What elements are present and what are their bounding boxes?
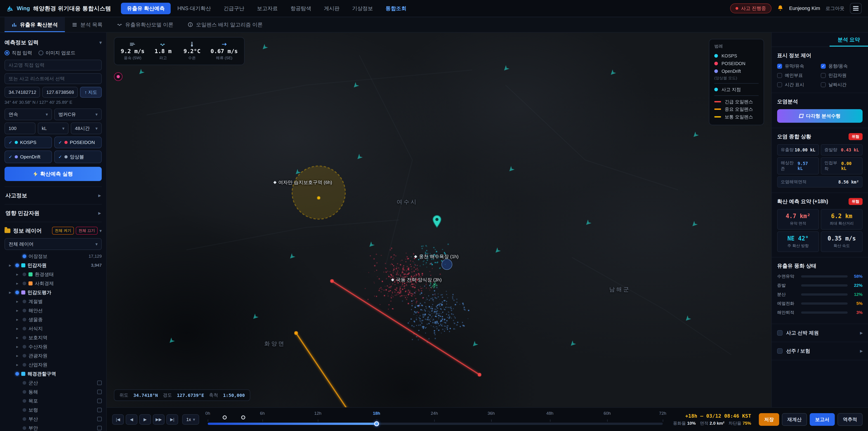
layer-toggle[interactable] — [23, 336, 26, 339]
layer-settings-icon[interactable] — [97, 399, 102, 403]
transport-button[interactable]: |◀ — [112, 414, 124, 425]
expand-arrow-icon[interactable]: ▸ — [16, 344, 20, 349]
tab-analysis-list[interactable]: 분석 목록 — [65, 17, 110, 32]
layer-toggle[interactable] — [23, 417, 26, 421]
layer-toggle[interactable] — [23, 273, 26, 276]
impact-resources-section[interactable]: 영향 민감자원▸ — [4, 204, 102, 222]
layer-settings-icon[interactable] — [97, 390, 102, 394]
layer-tree-item[interactable]: ▸ 민감자원 3,947 — [4, 261, 102, 270]
layer-toggle[interactable] — [23, 381, 26, 385]
action-button[interactable]: 보고서 — [810, 413, 835, 426]
expand-arrow-icon[interactable]: ▸ — [16, 272, 20, 277]
display-option-checkbox[interactable]: 예인부표 — [777, 72, 819, 79]
model-chip-ensemble[interactable]: ✓앙상블 — [54, 151, 102, 163]
logout-button[interactable]: 로그아웃 — [826, 5, 844, 11]
layer-toggle[interactable] — [23, 309, 26, 312]
display-option-checkbox[interactable]: 민감자원 — [821, 72, 863, 79]
action-button[interactable]: 역추적 — [837, 413, 863, 426]
playback-speed-select[interactable]: 1x▾ — [182, 414, 199, 425]
layer-tree-item[interactable]: ▸ 목포 — [4, 396, 102, 405]
layer-settings-icon[interactable] — [97, 426, 102, 430]
layer-tree-item[interactable]: ▸ 군산 — [4, 378, 102, 388]
poi-label[interactable]: 웅천 해수욕장 (1h) — [414, 253, 459, 260]
radio-direct-input[interactable]: 직접 입력 — [4, 50, 32, 56]
layer-tree-item[interactable]: ▸ 사회경제 — [4, 279, 102, 288]
fence-event-marker[interactable] — [241, 415, 245, 420]
layer-tree-item[interactable]: ▸ 어장정보 17,129 — [4, 252, 102, 261]
menu-item[interactable]: 항공탐색 — [285, 3, 317, 14]
expand-arrow-icon[interactable]: ▸ — [9, 263, 13, 268]
layer-toggle[interactable] — [23, 399, 26, 403]
timeline-axis[interactable]: 0h 6h 12h 18h 24h 36h 48h 60h 72h — [208, 408, 662, 431]
spill-type-select[interactable]: 연속▾ — [4, 109, 52, 120]
expand-arrow-icon[interactable]: ▸ — [16, 317, 20, 322]
oil-type-select[interactable]: 벙커C유▾ — [54, 109, 102, 120]
fence-event-marker[interactable] — [223, 415, 227, 420]
layer-toggle[interactable] — [23, 327, 26, 331]
notifications-bell-icon[interactable] — [777, 5, 784, 12]
transport-button[interactable]: ▶ — [139, 414, 151, 425]
layer-settings-icon[interactable] — [97, 408, 102, 412]
timeline-handle[interactable] — [374, 421, 379, 426]
layer-settings-icon[interactable] — [97, 380, 102, 385]
layer-tree-item[interactable]: ▸ 민감도평가 — [4, 288, 102, 297]
layer-toggle[interactable] — [16, 291, 19, 294]
layer-toggle[interactable] — [23, 426, 26, 430]
layer-tree-item[interactable]: ▸ 보호지역 — [4, 333, 102, 342]
sensitive-resource-marker[interactable] — [441, 259, 452, 270]
expand-arrow-icon[interactable]: ▸ — [16, 299, 20, 304]
map-viewport[interactable]: 여수시 화양면 남해군 여자만 습지보호구역 (6h) 웅천 해수욕장 (1h) — [107, 33, 771, 407]
radio-image-upload[interactable]: 이미지 업로드 — [38, 50, 75, 56]
expand-arrow-icon[interactable]: ▸ — [16, 362, 20, 367]
action-button[interactable]: 저장 — [759, 413, 779, 426]
layer-tree-item[interactable]: ▸ 부산 — [4, 414, 102, 424]
expand-arrow-icon[interactable]: ▸ — [16, 353, 20, 358]
menu-item[interactable]: 유출유 확산예측 — [121, 3, 170, 14]
layer-toggle[interactable] — [23, 318, 26, 321]
layer-toggle[interactable] — [23, 354, 26, 358]
transport-button[interactable]: ◀ — [126, 414, 137, 425]
layer-toggle[interactable] — [23, 254, 26, 258]
expand-arrow-icon[interactable]: ▸ — [9, 290, 13, 295]
transport-button[interactable]: ▶▶ — [153, 414, 164, 425]
run-prediction-button[interactable]: 확산예측 실행 — [4, 167, 102, 181]
accident-pin-icon[interactable] — [432, 215, 442, 228]
layer-settings-icon[interactable] — [97, 417, 102, 421]
layer-tree-item[interactable]: ▸ 해경관할구역 — [4, 369, 102, 378]
layer-toggle[interactable] — [23, 282, 26, 285]
tab-oilfence-theory[interactable]: 오일펜스 배치 알고리즘 이론 — [181, 17, 270, 32]
layer-tree-item[interactable]: ▸ 관광자원 — [4, 351, 102, 360]
model-chip-poseidon[interactable]: ✓POSEIDON — [54, 136, 102, 148]
tab-analysis-summary[interactable]: 분석 요약 — [830, 33, 868, 47]
latitude-input[interactable] — [4, 87, 40, 98]
hamburger-menu-button[interactable] — [850, 3, 862, 14]
expand-arrow-icon[interactable]: ▸ — [16, 281, 20, 286]
layer-tree-item[interactable]: ▸ 산업자원 — [4, 360, 102, 369]
menu-item[interactable]: 보고자료 — [251, 3, 284, 14]
tab-model-theory[interactable]: 유출유확산모델 이론 — [110, 17, 181, 32]
layer-tree-item[interactable]: ▸ 서식지 — [4, 324, 102, 333]
accident-name-input[interactable] — [4, 60, 102, 70]
layer-toggle[interactable] — [23, 345, 26, 348]
owner-insurance-section[interactable]: 선주 / 보험 ▸ — [772, 342, 868, 360]
menu-item[interactable]: 게시판 — [318, 3, 345, 14]
layer-tree-item[interactable]: ▸ 환경생태 — [4, 270, 102, 279]
accident-info-section[interactable]: 사고정보▸ — [4, 186, 102, 204]
display-option-checkbox[interactable]: 날짜시간 — [821, 82, 863, 88]
vessel-spec-section[interactable]: 사고 선박 제원 ▸ — [772, 324, 868, 342]
layer-tree-item[interactable]: ▸ 계절별 — [4, 297, 102, 306]
layer-toggle[interactable] — [23, 363, 26, 367]
incident-status-badge[interactable]: 사고 진행중 — [730, 3, 772, 13]
display-option-checkbox[interactable]: 유막/유속 — [777, 63, 819, 69]
menu-item[interactable]: 통합조회 — [380, 3, 412, 14]
model-chip-opendrift[interactable]: ✓OpenDrift — [4, 151, 52, 163]
model-chip-kosps[interactable]: ✓KOSPS — [4, 136, 52, 148]
layer-filter-select[interactable]: 전체 레이어▾ — [4, 238, 102, 250]
layer-toggle[interactable] — [23, 300, 26, 303]
accident-list-input[interactable] — [4, 73, 102, 84]
layer-toggle[interactable] — [16, 372, 19, 376]
unit-select[interactable]: kL▾ — [38, 123, 69, 134]
layer-toggle[interactable] — [16, 264, 19, 267]
layer-tree-item[interactable]: ▸ 수산자원 — [4, 342, 102, 351]
layer-tree-item[interactable]: ▸ 부안 — [4, 424, 102, 431]
